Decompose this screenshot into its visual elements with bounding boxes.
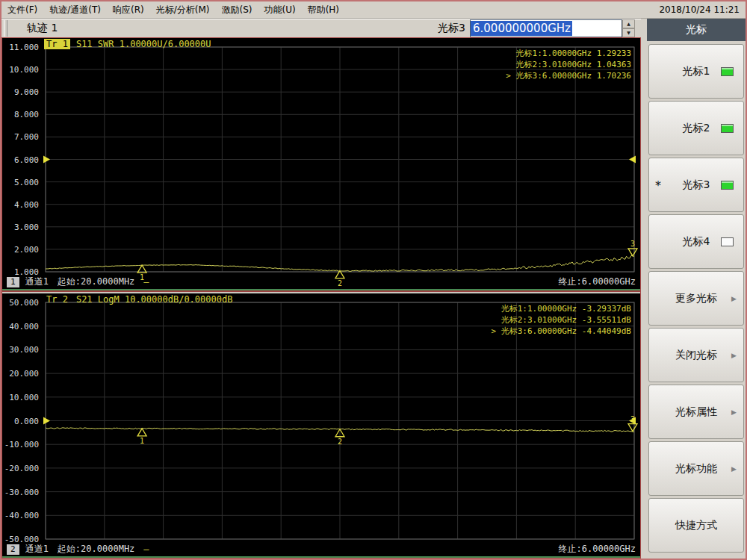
menu-item-utility[interactable]: 功能(U) (258, 2, 301, 18)
active-trace-label: 轨迹 1 (27, 22, 58, 35)
y-axis-label: -10.000 (2, 440, 39, 449)
led-indicator-off (721, 237, 734, 246)
trace1-title: Tr 1S11 SWR 1.00000U/6.00000U (44, 39, 211, 49)
vna-application-window: 文件(F)轨迹/通道(T)响应(R)光标/分析(M)激励(S)功能(U)帮助(H… (0, 0, 747, 560)
menu-item-stimulus[interactable]: 激励(S) (215, 2, 258, 18)
trace2-number-tag: Tr 2 (44, 294, 70, 305)
softkey-marker-properties[interactable]: 光标属性▶ (648, 385, 744, 439)
y-axis-label: 5.000 (2, 178, 39, 187)
marker-field-label: 光标3 (438, 22, 465, 35)
trace2-title: Tr 2S21 LogM 10.00000dB/0.00000dB (44, 294, 232, 305)
y-axis-label: 30.000 (2, 345, 39, 355)
y-axis-label: 1.000 (2, 267, 39, 277)
softkey-menu-title: 光标 (647, 19, 746, 41)
trace2-window[interactable]: 123 Tr 2S21 LogM 10.00000dB/0.00000dB 50… (2, 293, 640, 558)
marker-readout-line: 光标2:3.01000GHz -3.55511dB (491, 314, 631, 326)
menu-item-response[interactable]: 响应(R) (107, 2, 150, 18)
y-axis-label: 11.000 (2, 43, 39, 52)
softkey-label: 光标1 (683, 65, 710, 78)
marker-number: 2 (338, 438, 342, 446)
softkey-marker4[interactable]: 光标4 (648, 214, 744, 269)
submenu-arrow-icon: ▶ (731, 465, 737, 473)
y-axis-label: -20.000 (2, 464, 39, 473)
y-axis-label: 7.000 (2, 132, 39, 142)
y-axis-label: 0.000 (2, 417, 39, 426)
led-indicator-on (721, 124, 734, 133)
selected-input-text: 6.000000000GHz (471, 21, 572, 36)
trace2-y-axis-labels: 50.00040.00030.00020.00010.0000.000-10.0… (2, 293, 42, 556)
softkey-label: 光标属性 (675, 405, 717, 419)
menu-item-file[interactable]: 文件(F) (1, 2, 43, 18)
softkey-label: 更多光标 (675, 292, 717, 305)
menu-items: 文件(F)轨迹/通道(T)响应(R)光标/分析(M)激励(S)功能(U)帮助(H… (1, 2, 345, 18)
spin-down-button[interactable]: ▼ (622, 28, 635, 37)
y-axis-label: 40.000 (2, 322, 39, 332)
softkey-label: 快捷方式 (675, 519, 717, 532)
y-axis-label: 10.000 (2, 393, 39, 402)
softkey-marker3[interactable]: *光标3 (648, 158, 744, 212)
softkey-label: 光标3 (683, 178, 710, 192)
softkey-markers-off[interactable]: 关闭光标▶ (648, 328, 744, 382)
submenu-arrow-icon: ▶ (731, 352, 737, 359)
marker-stimulus-input[interactable]: 6.000000000GHz (470, 19, 622, 37)
y-axis-label: 50.000 (2, 298, 39, 308)
y-axis-label: -40.000 (2, 511, 39, 520)
menu-item-trace-channel[interactable]: 轨迹/通道(T) (43, 2, 107, 18)
y-axis-label: 4.000 (2, 200, 39, 210)
submenu-arrow-icon: ▶ (731, 408, 737, 416)
trace1-marker-readout: 光标1:1.00000GHz 1.29233光标2:3.01000GHz 1.0… (506, 48, 631, 81)
marker-symbol (137, 429, 146, 436)
stimulus-spinner: ▲ ▼ (622, 19, 635, 37)
trace1-number-tag: Tr 1 (44, 39, 70, 49)
marker-number: 2 (338, 279, 342, 287)
y-axis-label: 3.000 (2, 223, 39, 232)
softkey-shortcuts[interactable]: 快捷方式 (648, 498, 744, 553)
y-axis-label: 9.000 (2, 87, 39, 97)
trace1-window[interactable]: 123 Tr 1S11 SWR 1.00000U/6.00000U 11.000… (2, 38, 640, 290)
y-axis-label: 20.000 (2, 369, 39, 379)
ref-level-arrow-left-icon (43, 417, 50, 425)
y-axis-label: 10.000 (2, 65, 39, 75)
ref-level-arrow-right-icon (629, 156, 636, 164)
softkey-label: 关闭光标 (675, 349, 717, 362)
entry-toolbar: 轨迹 1 光标3 6.000000000GHz ▲ ▼ (1, 19, 641, 37)
marker-number: 3 (630, 240, 635, 248)
marker-readout-line: 光标2:3.01000GHz 1.04363 (506, 59, 631, 70)
y-axis-label: 8.000 (2, 110, 39, 119)
softkey-marker2[interactable]: 光标2 (648, 101, 744, 155)
marker-number: 1 (140, 437, 144, 445)
softkey-marker1[interactable]: 光标1 (648, 44, 744, 99)
menu-item-help[interactable]: 帮助(H) (302, 2, 345, 18)
softkey-more-markers[interactable]: 更多光标▶ (648, 271, 744, 326)
softkey-marker-function[interactable]: 光标功能▶ (648, 441, 744, 496)
softkey-buttons: 光标1光标2*光标3光标4更多光标▶关闭光标▶光标属性▶光标功能▶快捷方式 (641, 41, 746, 557)
submenu-arrow-icon: ▶ (731, 295, 737, 302)
spin-up-button[interactable]: ▲ (622, 19, 635, 28)
menu-item-marker-analysis[interactable]: 光标/分析(M) (150, 2, 216, 18)
led-indicator-on (721, 67, 734, 76)
softkey-label: 光标2 (683, 122, 710, 135)
softkey-label: 光标4 (683, 235, 710, 249)
marker-readout-line: 光标1:1.00000GHz 1.29233 (506, 48, 631, 59)
marker-symbol-active (628, 424, 637, 432)
trace1-y-axis-labels: 11.00010.0009.0008.0007.0006.0005.0004.0… (2, 38, 42, 289)
marker-number: 1 (140, 273, 144, 281)
marker-readout-line: > 光标3:6.00000GHz -4.44049dB (491, 326, 631, 337)
softkey-label: 光标功能 (675, 462, 717, 476)
chart-region: 123 Tr 1S11 SWR 1.00000U/6.00000U 11.000… (1, 37, 641, 559)
toolbar-grip[interactable] (4, 20, 7, 37)
led-indicator-on (721, 181, 734, 190)
datetime-display: 2018/10/24 11:21 (659, 4, 740, 15)
y-axis-label: 2.000 (2, 245, 39, 255)
menu-bar: 文件(F)轨迹/通道(T)响应(R)光标/分析(M)激励(S)功能(U)帮助(H… (1, 1, 746, 19)
softkey-sidebar: 光标 光标1光标2*光标3光标4更多光标▶关闭光标▶光标属性▶光标功能▶快捷方式 (641, 19, 746, 557)
marker-number: 3 (630, 415, 635, 423)
marker-readout-line: > 光标3:6.00000GHz 1.70236 (506, 70, 631, 81)
active-marker-star: * (655, 178, 661, 192)
trace2-marker-readout: 光标1:1.00000GHz -3.29337dB光标2:3.01000GHz … (491, 303, 631, 337)
marker-readout-line: 光标1:1.00000GHz -3.29337dB (491, 303, 631, 314)
y-axis-label: -30.000 (2, 488, 39, 497)
y-axis-label: -50.000 (2, 535, 39, 544)
trace2-format-label: S21 LogM 10.00000dB/0.00000dB (76, 294, 233, 305)
trace1-format-label: S11 SWR 1.00000U/6.00000U (76, 39, 211, 49)
